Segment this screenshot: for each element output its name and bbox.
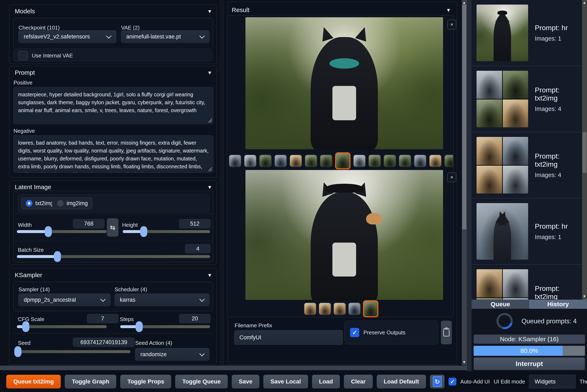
width-value[interactable]: 768: [73, 219, 104, 228]
history-item[interactable]: Prompt: txt2img Images: 4: [472, 265, 582, 300]
tab-history[interactable]: History: [529, 300, 587, 309]
horizontal-scrollbar[interactable]: [0, 366, 467, 370]
radio-img2img[interactable]: img2img: [52, 197, 92, 209]
history-item[interactable]: Prompt: txt2img Images: 4: [472, 132, 582, 198]
scheduler-dropdown[interactable]: karras: [115, 294, 209, 306]
auto-add-ui-checkbox[interactable]: ✓: [449, 378, 456, 386]
preserve-outputs-checkbox[interactable]: ✓: [350, 328, 359, 337]
radio-off-icon: [57, 200, 64, 206]
toggle-queue-button[interactable]: Toggle Queue: [175, 375, 228, 388]
clear-outputs-button[interactable]: [441, 321, 452, 344]
history-thumbnail[interactable]: [477, 71, 528, 127]
negative-label: Negative: [13, 128, 35, 134]
positive-prompt-textarea[interactable]: masterpiece, hyper detailed background, …: [13, 87, 213, 124]
history-thumbnail[interactable]: [477, 203, 528, 260]
result-image-2[interactable]: [245, 170, 443, 300]
gallery-thumbnail[interactable]: [304, 302, 316, 315]
queue-txt2img-button[interactable]: Queue txt2img: [6, 375, 61, 388]
sampler-label: Sampler (14): [18, 286, 50, 293]
latent-collapse-icon[interactable]: ▼: [207, 184, 212, 190]
steps-value[interactable]: 20: [179, 314, 210, 323]
scroll-down-icon[interactable]: ▼: [462, 360, 466, 364]
clear-button[interactable]: Clear: [344, 375, 373, 388]
result-collapse-icon[interactable]: ▼: [446, 7, 451, 13]
seed-action-dropdown[interactable]: randomize: [135, 348, 209, 360]
sampler-dropdown[interactable]: dpmpp_2s_ancestral: [18, 294, 110, 306]
gallery-thumbnail[interactable]: [319, 302, 331, 315]
vae-label: VAE (2): [121, 24, 140, 31]
height-slider[interactable]: [123, 230, 210, 233]
scheduler-label: Scheduler (4): [115, 286, 147, 293]
gallery-thumbnail[interactable]: [333, 302, 346, 315]
progress-bar: 80.0%: [474, 346, 585, 356]
gallery-thumbnail[interactable]: [259, 154, 272, 167]
prompt-collapse-icon[interactable]: ▼: [207, 70, 212, 76]
history-item[interactable]: Prompt: hr Images: 1: [472, 0, 582, 66]
gallery-thumbnail[interactable]: [399, 154, 411, 167]
checkpoint-dropdown[interactable]: refslaveV2_v2.safetensors: [18, 30, 116, 43]
history-thumbnail[interactable]: [477, 269, 528, 300]
batch-size-slider[interactable]: [17, 255, 210, 258]
vae-value: animefull-latest.vae.pt: [121, 34, 198, 40]
use-internal-vae-checkbox[interactable]: [18, 51, 28, 60]
use-internal-vae-box: Use Internal VAE: [13, 50, 213, 62]
filename-prefix-input[interactable]: ComfyUI: [234, 330, 343, 345]
gallery-thumbnail[interactable]: [320, 154, 332, 167]
gallery-thumbnail[interactable]: [368, 154, 381, 167]
filename-prefix-label: Filename Prefix: [235, 322, 272, 329]
load-default-button[interactable]: Load Default: [377, 375, 426, 388]
gallery-thumbnail[interactable]: [414, 154, 426, 167]
left-scrollbar[interactable]: [220, 0, 224, 365]
middle-scrollbar[interactable]: ▲ ▼: [462, 0, 467, 365]
negative-prompt-textarea[interactable]: lowres, bad anatomy, bad hands, text, er…: [13, 135, 213, 173]
gallery-thumbnail-selected[interactable]: [335, 152, 351, 169]
history-thumbnail[interactable]: [477, 4, 528, 61]
history-scrollbar[interactable]: ▲ ▼: [582, 0, 587, 300]
swap-dimensions-button[interactable]: ⇆: [107, 218, 118, 236]
gallery-thumbnail[interactable]: [305, 154, 317, 167]
save-local-button[interactable]: Save Local: [263, 375, 308, 388]
bottom-toolbar: Queue txt2img Toggle Graph Toggle Props …: [0, 371, 587, 392]
steps-slider[interactable]: [120, 325, 210, 328]
history-item[interactable]: Prompt: txt2img Images: 4: [472, 66, 582, 132]
scroll-down-icon[interactable]: ▼: [583, 294, 586, 298]
load-button[interactable]: Load: [312, 375, 340, 388]
gallery-thumbnail[interactable]: [348, 302, 361, 315]
close-image-1-button[interactable]: ×: [447, 20, 456, 29]
scroll-up-icon[interactable]: ▲: [583, 1, 586, 4]
tab-queue[interactable]: Queue: [472, 300, 529, 309]
gallery-thumbnail[interactable]: [384, 154, 396, 167]
save-button[interactable]: Save: [232, 375, 259, 388]
refresh-button[interactable]: ↻: [430, 375, 445, 388]
gallery-thumbnail[interactable]: [244, 154, 256, 167]
interrupt-button[interactable]: Interrupt: [474, 358, 585, 370]
batch-size-value[interactable]: 4: [185, 244, 210, 253]
toggle-props-button[interactable]: Toggle Props: [120, 375, 171, 388]
cfg-value[interactable]: 7: [87, 314, 118, 323]
models-collapse-icon[interactable]: ▼: [207, 8, 212, 14]
result-image-1[interactable]: [245, 17, 443, 149]
gallery-thumbnail[interactable]: [429, 154, 442, 167]
txt2img-label: txt2img: [35, 200, 53, 206]
ksampler-collapse-icon[interactable]: ▼: [207, 272, 212, 278]
widgets-dropdown[interactable]: Widgets: [529, 375, 576, 388]
history-thumbnail[interactable]: [477, 137, 528, 194]
cfg-slider[interactable]: [17, 325, 107, 328]
history-item[interactable]: Prompt: hr Images: 1: [472, 198, 582, 265]
width-slider[interactable]: [17, 230, 107, 233]
gallery-thumbnail-selected[interactable]: [363, 300, 378, 317]
gallery-thumbnail[interactable]: [444, 154, 453, 167]
chevron-down-icon: [199, 296, 204, 302]
height-value[interactable]: 512: [179, 219, 210, 228]
history-prompt: Prompt: hr: [535, 222, 568, 230]
toggle-graph-button[interactable]: Toggle Graph: [65, 375, 116, 388]
gallery-thumbnail[interactable]: [290, 154, 302, 167]
gallery-thumbnail[interactable]: [229, 154, 241, 167]
gallery-thumbnail[interactable]: [274, 154, 287, 167]
seed-slider[interactable]: [17, 350, 130, 353]
scroll-up-icon[interactable]: ▲: [462, 1, 466, 4]
gallery-thumbnail[interactable]: [353, 154, 366, 167]
seed-value[interactable]: 693741274019139: [73, 338, 135, 347]
close-image-2-button[interactable]: ×: [447, 172, 456, 182]
vae-dropdown[interactable]: animefull-latest.vae.pt: [121, 30, 209, 43]
